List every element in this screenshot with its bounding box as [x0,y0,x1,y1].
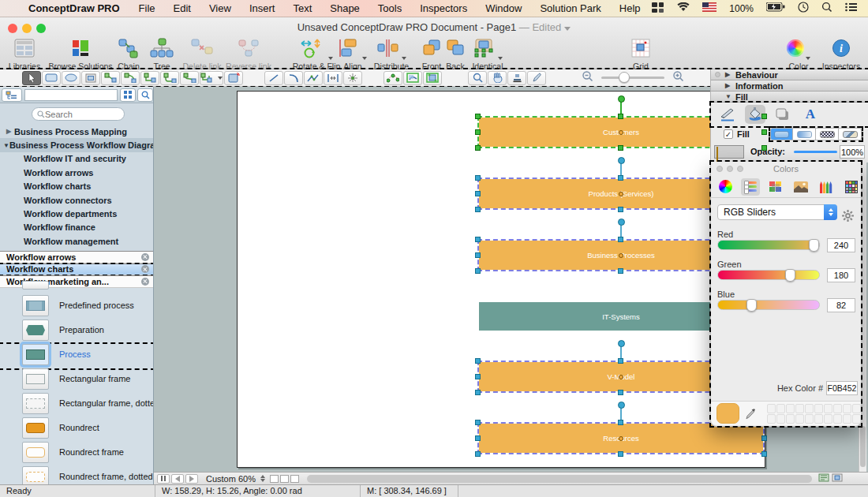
resize-handle[interactable] [618,268,623,274]
grid-view-button[interactable] [120,88,136,102]
direct-connector-tool[interactable] [101,71,120,85]
resize-handle[interactable] [475,435,481,441]
rotation-handle[interactable] [618,157,625,164]
resize-handle[interactable] [475,129,481,135]
resize-handle[interactable] [475,145,481,151]
resize-handle[interactable] [475,374,481,379]
rectangle-tool[interactable] [42,71,61,85]
disclosure-closed-icon[interactable]: ▶ [3,128,14,135]
zoom-in-icon[interactable] [672,70,684,85]
fill-pattern-option[interactable] [816,128,839,140]
ellipse-tool[interactable] [62,71,80,85]
connection-point[interactable] [619,130,623,135]
zoom-out-icon[interactable] [582,70,593,85]
smart-connector-tool[interactable] [140,71,159,85]
fill-solid-option[interactable] [770,128,793,140]
new-shape-tool[interactable] [224,71,243,85]
resize-handle[interactable] [761,435,767,441]
clock-icon[interactable] [798,2,809,15]
fill-texture-option[interactable] [839,128,862,140]
format-stamp-tool[interactable] [507,71,526,85]
resize-handle[interactable] [475,252,481,258]
library-filter-input[interactable] [24,89,118,101]
resize-handle[interactable] [618,207,623,212]
pan-hand-tool[interactable] [488,71,507,85]
tree-view-button[interactable] [2,88,22,102]
rotation-handle[interactable] [618,95,625,103]
resize-handle[interactable] [618,114,623,119]
previous-page-button[interactable] [171,474,184,484]
browse-solutions-button[interactable]: Browse Solutions [41,36,120,71]
rotation-handle[interactable] [618,219,625,226]
tree-item-workflow-arrows[interactable]: Workflow arrows [0,166,154,179]
flow-shape-resources[interactable]: Resources [479,424,763,453]
green-slider[interactable] [717,270,820,280]
zoom-slider-thumb[interactable] [619,72,630,83]
horizontal-scrollbar[interactable] [307,475,812,483]
resize-handle[interactable] [618,390,623,395]
menu-shape[interactable]: Shape [330,2,360,14]
stroke-tab[interactable] [717,105,738,124]
chain-connector-tool[interactable] [200,71,223,85]
blue-value[interactable]: 82 [827,298,855,312]
inspectors-button[interactable]: i Inspectors [817,36,866,71]
current-color-swatch[interactable] [716,403,739,424]
disclosure-open-icon[interactable]: ▼ [3,142,9,149]
tree-item-workflow-management[interactable]: Workflow management [0,234,154,248]
tree-item-workflow-charts[interactable]: Workflow charts [0,180,154,193]
group-edit-tool[interactable] [423,71,442,85]
tree-item-workflow-connectors[interactable]: Workflow connectors [0,193,154,207]
palette-mode-icon[interactable] [766,178,785,196]
library-tab-workflow-arrows[interactable]: Workflow arrows [0,251,154,263]
line-tool[interactable] [264,71,283,85]
resize-handle[interactable] [475,237,481,242]
connection-point[interactable] [619,375,623,379]
color-wheel-mode-icon[interactable] [716,178,735,196]
tree-button[interactable]: Tree [144,36,179,71]
resize-handle[interactable] [618,145,623,151]
window-tiles-icon[interactable] [652,2,664,15]
shape-item-rectangular-frame-dotted[interactable]: Rectangular frame, dotted [0,393,154,417]
resize-handle[interactable] [475,207,481,212]
menu-edit[interactable]: Edit [174,2,191,14]
resize-handle[interactable] [475,191,481,196]
resize-handle[interactable] [761,114,767,119]
page-tab[interactable] [290,475,299,483]
resize-handle[interactable] [475,390,481,395]
disclosure-open-icon[interactable]: ▼ [725,93,733,100]
blue-slider-thumb[interactable] [746,299,757,312]
disclosure-closed-icon[interactable]: ▶ [725,71,733,78]
red-slider[interactable] [717,240,820,250]
document-page[interactable]: Customers Products (Services) Business P… [237,91,765,468]
mirror-tool[interactable] [324,71,342,85]
resize-handle[interactable] [618,451,623,457]
recent-colors-grid[interactable] [767,404,861,424]
red-slider-thumb[interactable] [809,239,819,252]
resize-handle[interactable] [475,114,481,119]
tree-item-workflow-finance[interactable]: Workflow finance [0,221,154,234]
color-button[interactable]: Color [783,36,814,71]
distribute-button[interactable]: Distribute [368,36,415,71]
close-library-icon[interactable] [141,278,149,286]
resize-handle[interactable] [618,175,623,181]
resize-handle[interactable] [618,358,623,364]
eyedropper-icon[interactable] [746,408,756,420]
image-mode-icon[interactable] [791,178,810,196]
curve-connector-tool[interactable] [180,71,199,85]
rotation-handle[interactable] [618,340,625,347]
hex-color-input[interactable]: F0B452 [826,381,858,395]
shape-item-roundrect[interactable]: Roundrect [0,417,154,442]
zoom-stepper-icon[interactable] [260,475,265,482]
connection-point[interactable] [619,436,623,441]
opacity-slider[interactable] [794,151,837,153]
connection-point[interactable] [619,192,623,196]
fill-checkbox[interactable]: ✓ [724,129,733,139]
blue-slider[interactable] [717,300,820,310]
color-mode-select[interactable]: RGB Sliders [717,204,837,220]
shadow-tab[interactable] [773,105,793,124]
resize-handle[interactable] [761,145,767,151]
zoom-tool[interactable] [468,71,487,85]
shape-item-preparation[interactable]: Preparation [0,320,154,344]
disclosure-closed-icon[interactable]: ▶ [725,82,733,89]
close-library-icon[interactable] [141,265,149,273]
